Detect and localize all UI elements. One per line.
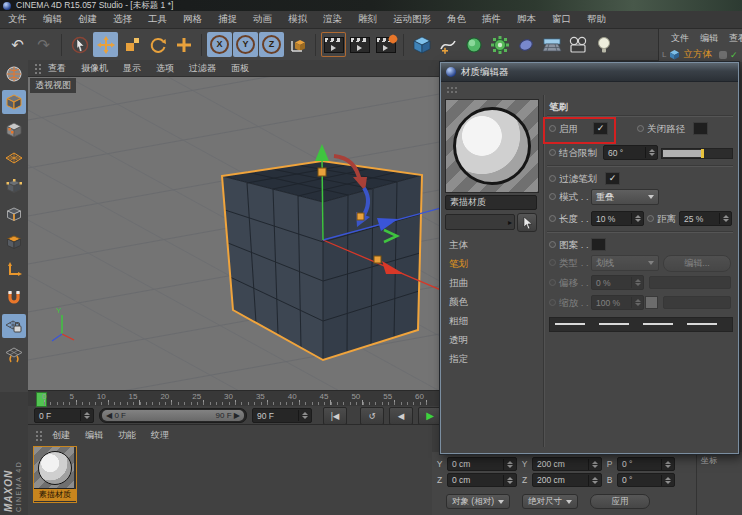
- lock-z-axis-button[interactable]: Z: [259, 32, 284, 57]
- channel-opacity[interactable]: 透明: [449, 334, 539, 352]
- step-back-button[interactable]: ◀: [389, 407, 413, 425]
- vp-menu-options[interactable]: 选项: [156, 62, 174, 75]
- pos-z-field[interactable]: 0 cm: [447, 473, 517, 487]
- enable-axis-button[interactable]: [2, 258, 26, 282]
- subdivision-surface-button[interactable]: [461, 32, 486, 57]
- anim-dot-icon[interactable]: [549, 175, 556, 182]
- undo-button[interactable]: ↶: [5, 32, 30, 57]
- grip-icon[interactable]: [36, 431, 38, 433]
- polygons-mode-button[interactable]: [2, 230, 26, 254]
- perspective-viewport[interactable]: Y 查看 摄像机 显示 选项 过滤器 面板 透视视图: [28, 60, 445, 390]
- pos-y-field[interactable]: 0 cm: [447, 457, 517, 471]
- om-menu-edit[interactable]: 编辑: [700, 32, 718, 45]
- goto-start-button[interactable]: |◀: [323, 407, 347, 425]
- om-menu-view[interactable]: 查看: [729, 32, 742, 45]
- coordinate-system-button[interactable]: [285, 32, 310, 57]
- menu-select[interactable]: 选择: [113, 13, 132, 26]
- length-field[interactable]: 10 %: [591, 211, 644, 226]
- distance-field[interactable]: 25 %: [679, 211, 732, 226]
- end-frame-field[interactable]: 90 F: [252, 408, 312, 423]
- menu-window[interactable]: 窗口: [552, 13, 571, 26]
- channel-distort[interactable]: 扭曲: [449, 277, 539, 295]
- lock-x-axis-button[interactable]: X: [207, 32, 232, 57]
- material-thumbnail[interactable]: 素描材质: [33, 446, 77, 503]
- workplane-lock-button[interactable]: [2, 314, 26, 338]
- channel-color[interactable]: 颜色: [449, 296, 539, 314]
- join-limit-slider[interactable]: [661, 148, 733, 159]
- frame-range-slider[interactable]: ◀ 0 F 90 F ▶: [99, 408, 247, 423]
- coords-mode-dropdown[interactable]: 对象 (相对): [446, 494, 510, 509]
- menu-animate[interactable]: 动画: [253, 13, 272, 26]
- title-bar[interactable]: CINEMA 4D R15.057 Studio - [未标题 1 *]: [0, 0, 742, 11]
- material-name-field[interactable]: 素描材质: [445, 195, 537, 210]
- anim-dot-icon[interactable]: [647, 215, 654, 222]
- scale-tool-button[interactable]: [119, 32, 144, 57]
- render-region-button[interactable]: [347, 32, 372, 57]
- coords-size-dropdown[interactable]: 绝对尺寸: [522, 494, 578, 509]
- channel-main[interactable]: 主体: [449, 239, 539, 257]
- anim-dot-icon[interactable]: [549, 215, 556, 222]
- snap-button[interactable]: [2, 286, 26, 310]
- deformer-button[interactable]: [513, 32, 538, 57]
- workplane-toggle-button[interactable]: [2, 342, 26, 366]
- anim-dot-icon[interactable]: [637, 125, 644, 132]
- layer-dot-icon[interactable]: [719, 51, 727, 59]
- current-frame-field[interactable]: 0 F: [34, 408, 94, 423]
- menu-help[interactable]: 帮助: [587, 13, 606, 26]
- menu-character[interactable]: 角色: [447, 13, 466, 26]
- menu-snap[interactable]: 捕捉: [218, 13, 237, 26]
- rot-p-field[interactable]: 0 °: [617, 457, 675, 471]
- coordinates-tab[interactable]: 坐标: [701, 455, 717, 466]
- environment-button[interactable]: [539, 32, 564, 57]
- vp-menu-filter[interactable]: 过滤器: [189, 62, 216, 75]
- menu-script[interactable]: 脚本: [517, 13, 536, 26]
- stepper-icon[interactable]: [298, 410, 309, 421]
- enabled-check-icon[interactable]: ✓: [730, 50, 738, 60]
- grip-icon[interactable]: [35, 64, 37, 66]
- stepper-icon[interactable]: [80, 410, 91, 421]
- menu-file[interactable]: 文件: [8, 13, 27, 26]
- menu-tools[interactable]: 工具: [148, 13, 167, 26]
- material-preview[interactable]: [445, 99, 539, 193]
- vp-menu-panel[interactable]: 面板: [231, 62, 249, 75]
- live-selection-button[interactable]: [67, 32, 92, 57]
- camera-button[interactable]: [565, 32, 590, 57]
- vp-menu-camera[interactable]: 摄像机: [81, 62, 108, 75]
- anim-dot-icon[interactable]: [549, 193, 556, 200]
- menu-mograph[interactable]: 运动图形: [393, 13, 431, 26]
- generator-button[interactable]: [487, 32, 512, 57]
- vp-menu-display[interactable]: 显示: [123, 62, 141, 75]
- workplane-mode-button[interactable]: [2, 146, 26, 170]
- anim-dot-icon[interactable]: [549, 241, 556, 248]
- grip-icon[interactable]: [447, 87, 449, 89]
- mm-menu-texture[interactable]: 纹理: [151, 429, 169, 442]
- menu-mesh[interactable]: 网格: [183, 13, 202, 26]
- add-cube-button[interactable]: [409, 32, 434, 57]
- mm-menu-edit[interactable]: 编辑: [85, 429, 103, 442]
- channel-thickness[interactable]: 粗细: [449, 315, 539, 333]
- mm-menu-create[interactable]: 创建: [52, 429, 70, 442]
- render-view-button[interactable]: [321, 32, 346, 57]
- last-tool-button[interactable]: [171, 32, 196, 57]
- pattern-checkbox[interactable]: [591, 238, 606, 251]
- model-mode-button[interactable]: [2, 90, 26, 114]
- mode-dropdown[interactable]: 重叠: [591, 189, 659, 205]
- close-path-checkbox[interactable]: [693, 122, 708, 135]
- channel-assign[interactable]: 指定: [449, 353, 539, 371]
- redo-button[interactable]: ↷: [31, 32, 56, 57]
- render-settings-button[interactable]: [373, 32, 398, 57]
- play-button[interactable]: ▶: [418, 407, 442, 425]
- vp-menu-view[interactable]: 查看: [48, 62, 66, 75]
- pick-material-button[interactable]: [517, 213, 537, 232]
- object-row-cube[interactable]: L 立方体 ✓: [659, 45, 742, 61]
- edges-mode-button[interactable]: [2, 202, 26, 226]
- preview-type-dropdown[interactable]: ▸: [445, 214, 515, 230]
- timeline-ruler[interactable]: 05 1015 2025 3035 4045 5055 60: [28, 391, 442, 406]
- lock-y-axis-button[interactable]: Y: [233, 32, 258, 57]
- move-tool-button[interactable]: [93, 32, 118, 57]
- play-reverse-button[interactable]: ↺: [360, 407, 384, 425]
- anim-dot-icon[interactable]: [549, 149, 556, 156]
- light-button[interactable]: [591, 32, 616, 57]
- spline-pen-button[interactable]: [435, 32, 460, 57]
- points-mode-button[interactable]: [2, 174, 26, 198]
